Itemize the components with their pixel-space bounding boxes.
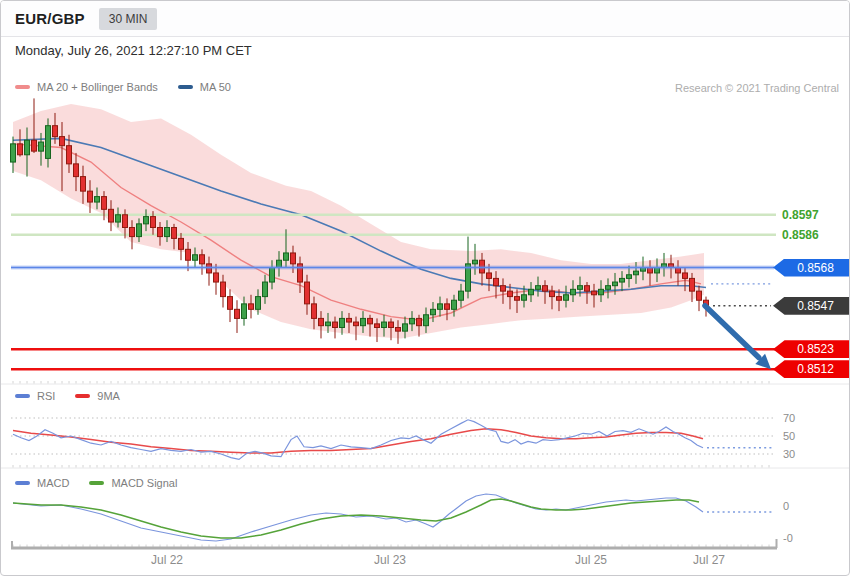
- x-axis-label: Jul 22: [132, 553, 202, 567]
- rsi-legend-swatch-icon: [15, 394, 30, 398]
- rsi-legend-swatch-icon: [75, 394, 90, 398]
- macd-legend-swatch-icon: [89, 481, 104, 485]
- price-level-tag: 0.8547: [773, 297, 850, 315]
- rsi-line: [13, 420, 703, 460]
- macd-scale-label: 0: [783, 500, 789, 512]
- rsi-legend-label: 9MA: [97, 390, 120, 402]
- macd-legend-label: MACD: [37, 477, 69, 489]
- macd-legend-item: MACD Signal: [89, 477, 177, 489]
- main-legend-item: MA 50: [178, 81, 231, 93]
- macd-legend: MACDMACD Signal: [15, 477, 177, 489]
- price-level-tag: 0.8512: [773, 360, 850, 378]
- price-panel: [11, 98, 777, 343]
- rsi-scale-label: 50: [783, 430, 795, 442]
- price-level-tag: 0.8523: [773, 340, 850, 358]
- macd-panel: [13, 494, 772, 541]
- rsi-scale-label: 70: [783, 412, 795, 424]
- rsi-legend-item: RSI: [15, 390, 55, 402]
- rsi-legend: RSI9MA: [15, 390, 120, 402]
- price-level-tag: 0.8568: [773, 259, 850, 277]
- main-legend-swatch-icon: [15, 85, 30, 89]
- main-chart-legend: MA 20 + Bollinger BandsMA 50: [15, 81, 231, 93]
- macd-legend-swatch-icon: [15, 481, 30, 485]
- research-credit: Research © 2021 Trading Central: [675, 82, 839, 94]
- macd-scale-label: -0: [783, 532, 793, 544]
- trading-central-chart-widget: EUR/GBP 30 MIN Monday, July 26, 2021 12:…: [0, 0, 850, 576]
- rsi-legend-label: RSI: [37, 390, 55, 402]
- x-axis-label: Jul 27: [674, 553, 744, 567]
- main-legend-label: MA 20 + Bollinger Bands: [37, 81, 158, 93]
- macd-line: [13, 494, 703, 541]
- x-axis-label: Jul 25: [556, 553, 626, 567]
- macd-legend-item: MACD: [15, 477, 69, 489]
- x-axis-label: Jul 23: [355, 553, 425, 567]
- rsi-scale-label: 30: [783, 448, 795, 460]
- macd-signal-line: [13, 499, 699, 538]
- main-legend-swatch-icon: [178, 85, 193, 89]
- price-level-label: 0.8597: [782, 208, 819, 222]
- rsi-legend-item: 9MA: [75, 390, 120, 402]
- price-level-label: 0.8586: [782, 228, 819, 242]
- macd-legend-label: MACD Signal: [111, 477, 177, 489]
- main-legend-item: MA 20 + Bollinger Bands: [15, 81, 158, 93]
- main-legend-label: MA 50: [200, 81, 231, 93]
- rsi-panel: [11, 418, 773, 459]
